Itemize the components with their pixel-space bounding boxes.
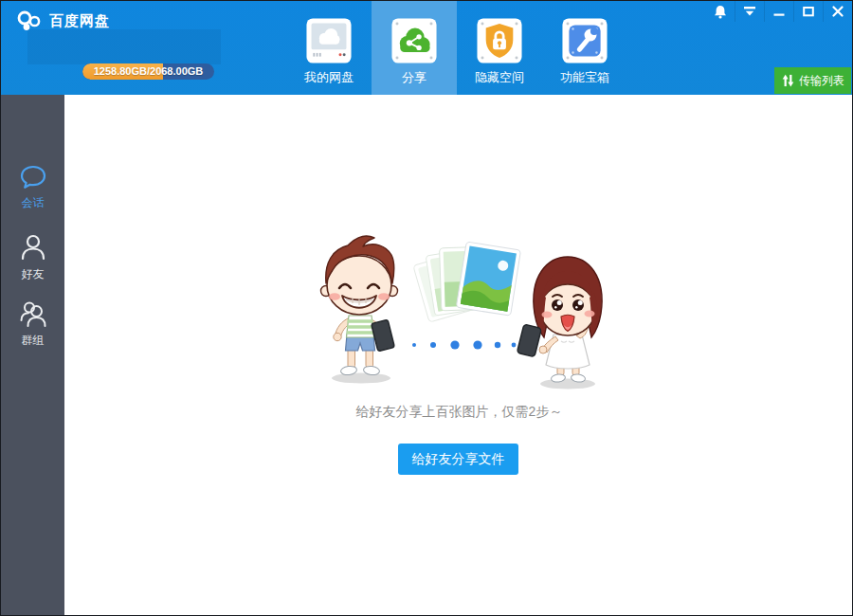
baidu-netdisk-window: 百度网盘 1258.80GB/2068.00GB	[0, 0, 853, 616]
app-title: 百度网盘	[49, 12, 110, 30]
toolbox-wrench-icon	[562, 18, 608, 63]
photo-stack-illustration	[407, 240, 525, 335]
girl-character-illustration	[516, 244, 620, 393]
minimize-icon	[773, 6, 785, 17]
sidebar: 会话 好友 群组 +	[1, 95, 64, 616]
chat-bubble-icon	[19, 164, 47, 190]
share-caption: 给好友分享上百张图片，仅需2步～	[64, 404, 853, 421]
tray-arrow-icon	[743, 6, 756, 17]
storage-text: 1258.80GB/2068.00GB	[82, 63, 214, 80]
boy-character-illustration	[312, 234, 407, 388]
close-icon	[832, 6, 844, 17]
tab-my-drive[interactable]: 我的网盘	[286, 1, 372, 95]
sidebar-item-groups[interactable]: 群组	[1, 299, 64, 349]
notification-bell-button[interactable]	[705, 1, 735, 22]
shield-lock-icon	[477, 18, 522, 63]
header-bar: 百度网盘 1258.80GB/2068.00GB	[1, 1, 852, 95]
minimize-button[interactable]	[764, 1, 793, 22]
group-icon	[19, 299, 47, 328]
tab-label: 功能宝箱	[560, 69, 609, 86]
bell-icon	[714, 5, 727, 19]
friend-icon	[20, 233, 46, 262]
transfer-dots-illustration	[408, 338, 517, 352]
transfer-list-label: 传输列表	[799, 73, 844, 89]
main-nav-tabs: 我的网盘	[286, 1, 627, 95]
window-controls	[705, 1, 852, 22]
sidebar-item-label: 会话	[22, 195, 45, 211]
maximize-icon	[803, 6, 814, 17]
tab-label: 我的网盘	[304, 69, 354, 86]
transfer-arrows-icon	[781, 73, 795, 88]
sidebar-item-label: 群组	[22, 333, 45, 349]
sidebar-item-friends[interactable]: 好友	[1, 233, 64, 282]
my-drive-icon	[306, 18, 352, 63]
account-area[interactable]	[27, 29, 221, 64]
sidebar-item-chat[interactable]: 会话	[1, 164, 64, 211]
tab-share[interactable]: 分享	[372, 1, 457, 95]
tab-label: 隐藏空间	[475, 69, 524, 86]
tab-hidden-space[interactable]: 隐藏空间	[457, 1, 542, 95]
storage-capacity-bar[interactable]: 1258.80GB/2068.00GB	[82, 63, 214, 80]
minimize-to-tray-button[interactable]	[735, 1, 764, 22]
tab-toolbox[interactable]: 功能宝箱	[542, 1, 627, 95]
tab-label: 分享	[402, 69, 426, 86]
maximize-button[interactable]	[793, 1, 823, 22]
share-files-button[interactable]: 给好友分享文件	[398, 444, 518, 475]
share-cloud-icon	[391, 18, 437, 63]
transfer-list-button[interactable]: 传输列表	[774, 67, 851, 94]
close-button[interactable]	[823, 1, 852, 22]
sidebar-item-label: 好友	[22, 266, 45, 282]
